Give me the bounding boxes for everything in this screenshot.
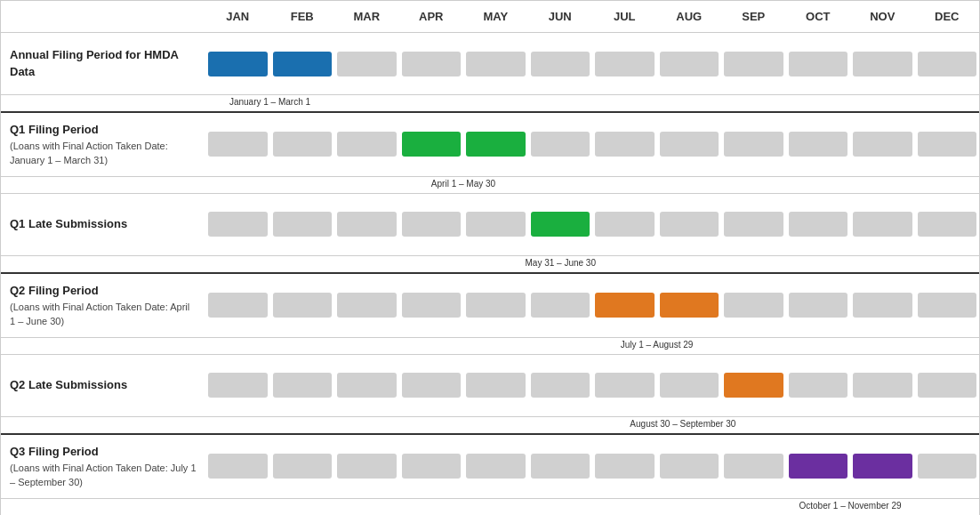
date-label-empty-cell-annual-filing-3 <box>334 95 399 111</box>
inactive-block-q1-late-10 <box>789 212 848 237</box>
date-label-empty-cell-q2-late-12 <box>919 417 979 433</box>
month-header-dec: DEC <box>915 1 980 32</box>
month-cell-annual-filing-7 <box>592 33 657 94</box>
month-cell-annual-filing-9 <box>721 33 786 94</box>
inactive-block-q1-late-12 <box>918 212 977 237</box>
month-cell-q3-filing-7 <box>592 435 657 498</box>
date-label-empty-cell-q1-filing-3 <box>334 177 399 193</box>
month-cell-q3-filing-8 <box>657 435 722 498</box>
date-label-empty-q1-late <box>1 256 205 272</box>
date-label-empty-cell-q3-filing-6 <box>528 499 593 515</box>
inactive-block-q1-filing-7 <box>595 132 655 157</box>
row-title-annual-filing: Annual Filing Period for HMDA Data <box>10 47 197 79</box>
month-cell-q1-filing-4 <box>399 113 464 176</box>
inactive-block-q3-filing-3 <box>337 454 397 479</box>
month-cell-q1-late-9 <box>721 194 786 255</box>
month-cell-q1-filing-5 <box>463 113 528 176</box>
date-label-empty-cell-q2-late-9 <box>737 417 798 433</box>
inactive-block-q1-late-5 <box>466 212 526 237</box>
date-label-empty-cell-annual-filing-11 <box>850 95 915 111</box>
date-label-empty-cell-q2-late-6 <box>508 417 568 433</box>
date-label-empty-cell-q1-filing-1 <box>205 177 270 193</box>
date-label-empty-cell-q1-filing-2 <box>270 177 335 193</box>
date-label-empty-cell-annual-filing-7 <box>592 95 657 111</box>
month-cell-q1-filing-6 <box>528 113 593 176</box>
inactive-block-q1-filing-3 <box>337 132 397 157</box>
month-cell-q2-filing-8 <box>657 274 722 337</box>
month-cell-annual-filing-5 <box>463 33 528 94</box>
inactive-block-q2-late-4 <box>402 373 462 398</box>
date-label-empty-cell-q1-late-11 <box>852 256 916 272</box>
inactive-block-q1-late-11 <box>853 212 912 237</box>
month-header-jun: JUN <box>528 1 593 32</box>
month-header-mar: MAR <box>334 1 399 32</box>
inactive-block-q2-filing-5 <box>466 293 526 318</box>
inactive-block-q1-filing-12 <box>918 132 977 157</box>
month-cell-q3-filing-11 <box>850 435 915 498</box>
month-cell-q2-late-7 <box>592 355 657 416</box>
month-cell-q3-filing-6 <box>528 435 593 498</box>
row-group-q1-late: Q1 Late SubmissionsMay 31 – June 30 <box>1 194 979 274</box>
date-label-row-q2-filing: July 1 – August 29 <box>1 338 979 354</box>
month-cell-q2-late-8 <box>657 355 722 416</box>
date-label-empty-cell-q3-filing-3 <box>334 499 399 515</box>
data-row-q1-late: Q1 Late Submissions <box>1 194 979 256</box>
row-subtitle-q2-filing: (Loans with Final Action Taken Date: Apr… <box>10 301 197 328</box>
month-cell-annual-filing-6 <box>528 33 593 94</box>
row-label-q1-late: Q1 Late Submissions <box>1 207 205 241</box>
month-header-jul: JUL <box>592 1 657 32</box>
date-label-row-q1-late: May 31 – June 30 <box>1 256 979 272</box>
inactive-block-q2-late-7 <box>595 373 655 398</box>
inactive-block-q1-filing-8 <box>660 132 719 157</box>
inactive-block-q1-filing-11 <box>853 132 912 157</box>
date-label-empty-cell-q3-filing-4 <box>399 499 464 515</box>
date-label-empty-cell-q1-late-12 <box>916 256 980 272</box>
inactive-block-q2-late-11 <box>853 373 912 398</box>
month-cell-q2-filing-1 <box>205 274 270 337</box>
inactive-block-q2-filing-1 <box>208 293 268 318</box>
row-title-q2-late: Q2 Late Submissions <box>10 377 197 393</box>
row-label-q2-late: Q2 Late Submissions <box>1 368 205 402</box>
date-label-empty-cell-q1-late-3 <box>333 256 397 272</box>
inactive-block-q2-late-8 <box>660 373 719 398</box>
date-label-empty-cell-q1-filing-7 <box>592 177 657 193</box>
active-block-q3-filing-10 <box>789 454 848 479</box>
inactive-block-q1-filing-10 <box>789 132 848 157</box>
month-cell-q1-late-10 <box>786 194 851 255</box>
month-cell-q2-late-5 <box>463 355 528 416</box>
row-label-q3-filing: Q3 Filing Period(Loans with Final Action… <box>1 435 205 498</box>
date-label-empty-cell-q2-late-2 <box>266 417 326 433</box>
date-label-empty-cell-q2-filing-6 <box>528 338 593 354</box>
month-cell-q1-late-12 <box>915 194 980 255</box>
date-label-empty-cell-q1-filing-11 <box>850 177 915 193</box>
date-label-empty-cell-q3-filing-5 <box>463 499 528 515</box>
month-cell-q1-filing-12 <box>915 113 980 176</box>
date-label-empty-cell-q1-filing-6 <box>528 177 593 193</box>
date-label-empty-cell-q2-filing-4 <box>399 338 464 354</box>
month-cell-q1-late-1 <box>205 194 270 255</box>
row-group-q2-late: Q2 Late SubmissionsAugust 30 – September… <box>1 355 979 435</box>
inactive-block-annual-filing-9 <box>724 52 783 76</box>
month-cell-q2-filing-6 <box>528 274 593 337</box>
date-label-empty-cell-q1-late-8 <box>662 256 726 272</box>
inactive-block-q2-late-3 <box>337 373 397 398</box>
active-block-q2-filing-7 <box>595 293 655 318</box>
inactive-block-annual-filing-4 <box>402 52 462 76</box>
row-group-q3-filing: Q3 Filing Period(Loans with Final Action… <box>1 435 979 515</box>
row-title-q1-filing: Q1 Filing Period <box>10 122 197 138</box>
month-header-nov: NOV <box>850 1 915 32</box>
date-label-empty-cell-q2-late-7 <box>567 417 628 433</box>
inactive-block-q2-late-6 <box>531 373 590 398</box>
date-label-row-q3-filing: October 1 – November 29 <box>1 499 979 515</box>
month-cell-q1-filing-1 <box>205 113 270 176</box>
row-label-q2-filing: Q2 Filing Period(Loans with Final Action… <box>1 274 205 337</box>
inactive-block-q3-filing-12 <box>918 454 977 479</box>
inactive-block-annual-filing-3 <box>337 52 397 76</box>
inactive-block-q1-filing-1 <box>208 132 268 157</box>
data-row-annual-filing: Annual Filing Period for HMDA Data <box>1 33 979 95</box>
data-row-q2-late: Q2 Late Submissions <box>1 355 979 417</box>
date-label-empty-cell-q1-late-7 <box>598 256 662 272</box>
date-label-empty-cell-q2-filing-9 <box>721 338 786 354</box>
month-header-aug: AUG <box>657 1 722 32</box>
month-cell-q2-filing-9 <box>721 274 786 337</box>
